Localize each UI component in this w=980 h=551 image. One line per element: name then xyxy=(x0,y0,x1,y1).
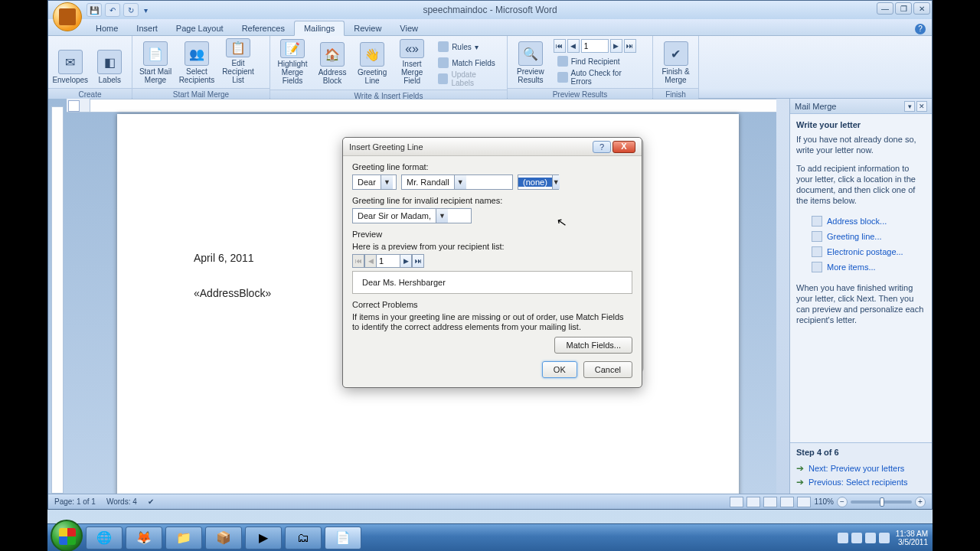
tab-references[interactable]: References xyxy=(233,21,294,35)
preview-index-input[interactable] xyxy=(377,254,400,268)
record-number-input[interactable] xyxy=(581,39,609,53)
address-block-icon xyxy=(812,216,822,227)
tray-icon[interactable] xyxy=(851,533,862,543)
punctuation-combo[interactable]: (none)▼ xyxy=(518,174,559,190)
full-screen-view-button[interactable] xyxy=(746,497,760,507)
vertical-ruler[interactable] xyxy=(51,106,64,494)
outline-view-button[interactable] xyxy=(780,497,794,507)
minimize-button[interactable]: — xyxy=(877,2,893,15)
tray-clock[interactable]: 11:38 AM 3/5/2011 xyxy=(896,530,928,546)
taskbar-media-icon[interactable]: ▶ xyxy=(245,527,282,549)
electronic-postage-link[interactable]: Electronic postage... xyxy=(796,244,926,259)
help-icon[interactable]: ? xyxy=(915,24,926,34)
format-label: Greeting line format: xyxy=(352,162,632,171)
zoom-level[interactable]: 110% xyxy=(814,497,834,506)
dialog-close-button[interactable]: X xyxy=(612,141,635,153)
more-items-link[interactable]: More items... xyxy=(796,259,926,275)
mail-merge-icon: 📄 xyxy=(143,41,168,66)
status-words[interactable]: Words: 4 xyxy=(106,497,137,506)
dialog-title: Insert Greeting Line xyxy=(349,142,423,152)
print-layout-view-button[interactable] xyxy=(730,497,743,507)
address-block-link[interactable]: Address block... xyxy=(796,214,926,229)
dialog-help-button[interactable]: ? xyxy=(593,141,611,153)
rules-button[interactable]: Rules ▾ xyxy=(434,39,502,54)
horizontal-ruler[interactable] xyxy=(67,99,780,112)
tab-home[interactable]: Home xyxy=(87,21,127,35)
zoom-out-button[interactable]: − xyxy=(837,497,848,507)
greeting-line-button[interactable]: 👋Greeting Line xyxy=(353,38,391,87)
auto-check-errors-button[interactable]: Auto Check for Errors xyxy=(554,70,648,85)
preview-results-button[interactable]: 🔍Preview Results xyxy=(511,37,550,86)
next-step-link[interactable]: ➔Next: Preview your letters xyxy=(796,461,926,475)
pane-title: Mail Merge xyxy=(795,102,836,111)
next-record-button[interactable]: ▶ xyxy=(610,39,622,53)
pane-close-icon[interactable]: ✕ xyxy=(916,101,927,112)
tray-icon[interactable] xyxy=(838,533,848,543)
insert-greeting-line-dialog: Insert Greeting Line ? X Greeting line f… xyxy=(342,137,642,388)
tab-mailings[interactable]: Mailings xyxy=(294,21,345,36)
rules-icon xyxy=(438,41,449,52)
start-button[interactable] xyxy=(51,520,83,552)
envelopes-button[interactable]: ✉Envelopes xyxy=(51,37,90,86)
match-fields-button[interactable]: Match Fields xyxy=(434,55,502,70)
insert-merge-field-button[interactable]: «»Insert Merge Field xyxy=(393,38,431,87)
tray-volume-icon[interactable] xyxy=(879,533,890,543)
taskbar-app2-icon[interactable]: 🗂 xyxy=(285,527,322,549)
vertical-scrollbar[interactable] xyxy=(776,99,789,494)
chevron-down-icon: ▼ xyxy=(381,175,393,189)
taskbar-explorer-icon[interactable]: 📁 xyxy=(165,527,202,549)
ok-button[interactable]: OK xyxy=(542,361,577,378)
preview-box: Dear Ms. Hershbarger xyxy=(352,271,632,294)
highlight-merge-fields-button[interactable]: 📝Highlight Merge Fields xyxy=(273,38,312,87)
find-recipient-button[interactable]: Find Recipient xyxy=(554,54,648,69)
ribbon: ✉Envelopes ◧Labels Create 📄Start Mail Me… xyxy=(48,36,932,99)
close-button[interactable]: ✕ xyxy=(913,2,930,15)
draft-view-button[interactable] xyxy=(797,497,811,507)
status-page[interactable]: Page: 1 of 1 xyxy=(54,497,96,506)
finish-merge-button[interactable]: ✔Finish & Merge xyxy=(656,37,695,86)
office-button[interactable] xyxy=(53,2,82,31)
edit-recipient-list-button[interactable]: 📋Edit Recipient List xyxy=(218,37,258,86)
taskbar-firefox-icon[interactable]: 🦊 xyxy=(126,527,162,549)
save-icon[interactable]: 💾 xyxy=(87,3,102,17)
preview-first-button[interactable]: ⏮ xyxy=(352,254,364,268)
salutation-combo[interactable]: Dear▼ xyxy=(352,174,397,190)
start-mail-merge-button[interactable]: 📄Start Mail Merge xyxy=(136,37,175,86)
cancel-button[interactable]: Cancel xyxy=(583,361,632,378)
preview-next-button[interactable]: ▶ xyxy=(400,254,412,268)
taskbar-ie-icon[interactable]: 🌐 xyxy=(86,527,122,549)
zoom-in-button[interactable]: + xyxy=(915,497,926,507)
taskbar-word-icon[interactable]: 📄 xyxy=(325,527,361,549)
taskbar-app1-icon[interactable]: 📦 xyxy=(205,527,242,549)
status-bar: Page: 1 of 1 Words: 4 ✔ 110% − + xyxy=(48,494,932,509)
web-layout-view-button[interactable] xyxy=(763,497,777,507)
last-record-button[interactable]: ⏭ xyxy=(624,39,636,53)
pane-dropdown-icon[interactable]: ▾ xyxy=(904,101,915,112)
undo-icon[interactable]: ↶ xyxy=(105,3,120,17)
prev-record-button[interactable]: ◀ xyxy=(567,39,580,53)
greeting-line-icon xyxy=(812,231,822,242)
restore-button[interactable]: ❐ xyxy=(895,2,912,15)
labels-button[interactable]: ◧Labels xyxy=(91,37,129,86)
prev-step-link[interactable]: ➔Previous: Select recipients xyxy=(796,475,926,489)
tab-page-layout[interactable]: Page Layout xyxy=(167,21,233,35)
qat-dropdown-icon[interactable]: ▾ xyxy=(142,3,149,17)
preview-prev-button[interactable]: ◀ xyxy=(364,254,377,268)
first-record-button[interactable]: ⏮ xyxy=(554,39,566,53)
chevron-down-icon: ▼ xyxy=(436,209,448,223)
tab-insert[interactable]: Insert xyxy=(127,21,167,35)
tab-view[interactable]: View xyxy=(390,21,427,35)
select-recipients-button[interactable]: 👥Select Recipients xyxy=(177,37,217,86)
tray-network-icon[interactable] xyxy=(865,533,876,543)
preview-icon: 🔍 xyxy=(518,41,543,66)
zoom-slider[interactable] xyxy=(851,500,912,504)
invalid-greeting-combo[interactable]: Dear Sir or Madam,▼ xyxy=(352,208,472,223)
redo-icon[interactable]: ↻ xyxy=(123,3,139,17)
preview-last-button[interactable]: ⏭ xyxy=(412,254,424,268)
spell-check-icon[interactable]: ✔ xyxy=(148,497,154,506)
greeting-line-link[interactable]: Greeting line... xyxy=(796,229,926,244)
address-block-button[interactable]: 🏠Address Block xyxy=(313,38,351,87)
tab-review[interactable]: Review xyxy=(345,21,390,35)
match-fields-button-dialog[interactable]: Match Fields... xyxy=(554,337,632,354)
name-format-combo[interactable]: Mr. Randall▼ xyxy=(401,174,513,190)
